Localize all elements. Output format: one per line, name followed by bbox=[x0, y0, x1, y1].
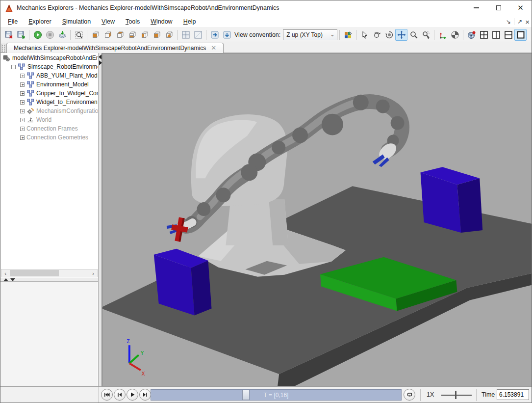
tree-item-gripper-to-widget-contact[interactable]: Gripper_to_Widget_Contact bbox=[0, 89, 98, 98]
tree-item-world[interactable]: World bbox=[0, 115, 98, 124]
app-logo-icon bbox=[5, 4, 13, 12]
close-button[interactable]: ✕ bbox=[509, 0, 532, 15]
time-input[interactable] bbox=[497, 389, 529, 400]
tab-bar: Mechanics Explorer-modelWithSimscapeRobo… bbox=[0, 42, 532, 53]
toolbar-separator bbox=[463, 30, 463, 40]
tab-mechanics-explorer[interactable]: Mechanics Explorer-modelWithSimscapeRobo… bbox=[6, 43, 224, 53]
view-bottom-icon[interactable] bbox=[126, 29, 138, 41]
go-to-start-button[interactable] bbox=[101, 389, 113, 401]
speed-slider-thumb[interactable] bbox=[455, 391, 456, 399]
subsystem-icon bbox=[26, 89, 34, 97]
expand-icon[interactable] bbox=[20, 135, 25, 140]
toolbar-separator bbox=[177, 30, 177, 40]
tab-close-icon[interactable]: ✕ bbox=[211, 46, 216, 51]
layout-single-icon[interactable] bbox=[514, 29, 527, 41]
view-convention-select[interactable]: Z up (XY Top) ⌄ bbox=[283, 29, 337, 40]
expand-icon[interactable] bbox=[20, 127, 25, 131]
dock-arrow-icon[interactable]: ↘ bbox=[506, 18, 511, 25]
scroll-right-icon[interactable]: › bbox=[89, 269, 97, 277]
save-config-green-icon[interactable] bbox=[15, 29, 27, 41]
tree-item-connection-frames[interactable]: Connection Frames bbox=[0, 124, 98, 133]
tree-item-label: World bbox=[36, 116, 51, 123]
sphere-view-icon[interactable] bbox=[449, 29, 461, 41]
split-single-icon[interactable] bbox=[192, 29, 204, 41]
tree-item-modelwithsimscaperobotandenvironmentdyna[interactable]: modelWithSimscapeRobotAndEnvironmentDyna… bbox=[0, 54, 98, 62]
tree-item-simscape-robotenvironment[interactable]: Simscape_RobotEnvironment bbox=[0, 62, 98, 71]
menu-file[interactable]: File bbox=[2, 16, 23, 27]
export-animation-icon[interactable] bbox=[56, 29, 68, 41]
view-front-icon[interactable] bbox=[101, 29, 114, 41]
orbit-icon[interactable] bbox=[371, 29, 383, 41]
stop-icon[interactable] bbox=[44, 29, 56, 41]
menu-window[interactable]: Window bbox=[145, 16, 177, 27]
step-forward-button[interactable] bbox=[139, 389, 151, 401]
minimize-button[interactable] bbox=[465, 0, 487, 15]
dock-right-icon[interactable] bbox=[208, 29, 221, 41]
view-left-icon[interactable] bbox=[138, 29, 151, 41]
tab-drag-handle[interactable] bbox=[1, 44, 5, 53]
toolbar-separator bbox=[29, 30, 29, 40]
panel-splitter[interactable] bbox=[99, 53, 102, 386]
tree-horizontal-scrollbar[interactable]: ‹ › bbox=[1, 269, 98, 277]
expand-icon[interactable] bbox=[20, 118, 25, 122]
model-tree-panel: modelWithSimscapeRobotAndEnvironmentDyna… bbox=[0, 53, 99, 386]
toolbar-separator bbox=[206, 30, 206, 40]
tree-splitter[interactable] bbox=[0, 278, 98, 282]
zoom-icon[interactable] bbox=[407, 29, 420, 41]
view-perspective-icon[interactable] bbox=[163, 29, 175, 41]
step-back-button[interactable] bbox=[114, 389, 126, 401]
dock-down-icon[interactable] bbox=[221, 29, 233, 41]
view-right-icon[interactable] bbox=[151, 29, 163, 41]
title-bar: Mechanics Explorers - Mechanics Explorer… bbox=[0, 0, 532, 15]
expand-icon[interactable] bbox=[20, 74, 25, 78]
tree-item-environment-model[interactable]: Environment_Model bbox=[0, 80, 98, 89]
tree-item-abb-yumi-plant-model[interactable]: ABB_YUMI_Plant_Model bbox=[0, 71, 98, 80]
record-video-icon[interactable] bbox=[465, 29, 478, 41]
tree-item-mechanismconfiguration[interactable]: MechanismConfiguration bbox=[0, 107, 98, 115]
splitter-down-icon[interactable] bbox=[10, 278, 15, 281]
scroll-thumb[interactable] bbox=[10, 270, 59, 276]
layout-rows-icon[interactable] bbox=[502, 29, 514, 41]
roll-icon[interactable] bbox=[383, 29, 395, 41]
tree-item-connection-geometries[interactable]: Connection Geometries bbox=[0, 133, 98, 142]
layout-columns-icon[interactable] bbox=[490, 29, 502, 41]
zoom-region-icon[interactable] bbox=[420, 29, 432, 41]
scroll-left-icon[interactable]: ‹ bbox=[1, 269, 9, 277]
collapse-icon[interactable] bbox=[11, 65, 16, 69]
menu-view[interactable]: View bbox=[96, 16, 120, 27]
save-config-red-icon[interactable] bbox=[2, 29, 15, 41]
close-panel-icon[interactable]: × bbox=[525, 18, 530, 26]
frame-triad-icon[interactable] bbox=[436, 29, 449, 41]
viewport-3d[interactable]: Z Y X bbox=[102, 53, 532, 386]
render-style-icon[interactable] bbox=[342, 29, 354, 41]
select-cursor-icon[interactable] bbox=[358, 29, 371, 41]
expand-icon[interactable] bbox=[20, 91, 25, 96]
zoom-fit-icon[interactable] bbox=[73, 29, 85, 41]
expand-icon[interactable] bbox=[20, 82, 25, 87]
view-iso-icon[interactable] bbox=[89, 29, 101, 41]
pan-icon[interactable] bbox=[395, 29, 407, 41]
expand-icon[interactable] bbox=[20, 100, 25, 105]
maximize-button[interactable] bbox=[487, 0, 509, 15]
expand-icon[interactable] bbox=[20, 109, 25, 113]
tree-item-label: Environment_Model bbox=[36, 81, 89, 88]
play-icon[interactable] bbox=[31, 29, 44, 41]
loop-playback-button[interactable] bbox=[404, 389, 415, 401]
view-convention-value: Z up (XY Top) bbox=[286, 31, 323, 38]
undock-arrow-icon[interactable]: ↗ bbox=[517, 18, 522, 25]
splitter-up-icon[interactable] bbox=[3, 278, 8, 281]
view-top-icon[interactable] bbox=[114, 29, 126, 41]
menu-tools[interactable]: Tools bbox=[120, 16, 145, 27]
split-quad-icon[interactable] bbox=[179, 29, 192, 41]
play-button[interactable] bbox=[127, 389, 138, 401]
time-slider[interactable]: T = [0,16] bbox=[151, 389, 402, 401]
speed-slider[interactable] bbox=[441, 395, 472, 396]
tree-item-widget-to-environment-contact[interactable]: Widget_to_Environment_Contact bbox=[0, 98, 98, 107]
tree-item-label: Connection Frames bbox=[26, 125, 78, 132]
menu-simulation[interactable]: Simulation bbox=[57, 16, 96, 27]
collapse-left-icon[interactable] bbox=[99, 54, 101, 59]
menu-help[interactable]: Help bbox=[178, 16, 202, 27]
layout-quad-icon[interactable] bbox=[478, 29, 490, 41]
menu-explorer[interactable]: Explorer bbox=[23, 16, 57, 27]
tree-item-label: Gripper_to_Widget_Contact bbox=[36, 90, 98, 97]
